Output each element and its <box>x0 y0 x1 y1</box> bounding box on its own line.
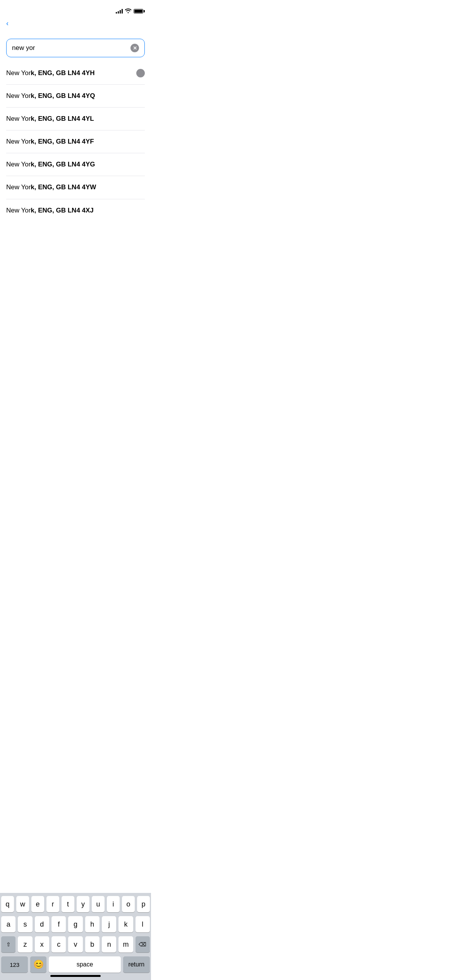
result-item[interactable]: New York, ENG, GB LN4 4XJ <box>6 199 145 222</box>
result-item[interactable]: New York, ENG, GB LN4 4YL <box>6 108 145 130</box>
result-dot <box>136 69 145 77</box>
status-icons <box>116 9 143 14</box>
back-navigation[interactable]: ‹ <box>0 17 151 29</box>
result-item[interactable]: New York, ENG, GB LN4 4YW <box>6 176 145 199</box>
result-item[interactable]: New York, ENG, GB LN4 4YF <box>6 130 145 153</box>
battery-icon <box>134 9 143 14</box>
result-item[interactable]: New York, ENG, GB LN4 4YH <box>6 62 145 85</box>
nav-header <box>0 29 151 37</box>
search-input[interactable] <box>12 44 130 52</box>
search-clear-button[interactable]: ✕ <box>130 44 139 52</box>
status-bar <box>0 0 151 17</box>
signal-icon <box>116 9 123 14</box>
result-item[interactable]: New York, ENG, GB LN4 4YG <box>6 153 145 176</box>
search-input-wrapper[interactable]: ✕ <box>6 39 145 57</box>
back-arrow-icon: ‹ <box>6 19 9 27</box>
search-container: ✕ <box>0 37 151 62</box>
results-list: New York, ENG, GB LN4 4YHNew York, ENG, … <box>0 62 151 222</box>
result-item[interactable]: New York, ENG, GB LN4 4YQ <box>6 85 145 108</box>
wifi-icon <box>125 9 131 14</box>
